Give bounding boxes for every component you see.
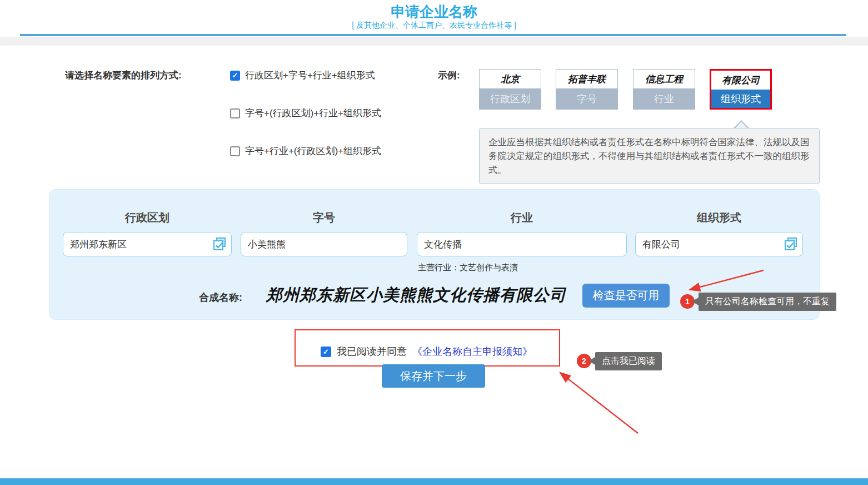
main-industry-hint: 主营行业：文艺创作与表演 xyxy=(418,263,518,273)
arrangement-option-3[interactable]: 字号+行业+(行政区划)+组织形式 xyxy=(230,145,381,157)
checkbox-unchecked-icon[interactable] xyxy=(230,108,240,118)
checkbox-unchecked-icon[interactable] xyxy=(230,146,240,156)
tradename-field xyxy=(241,232,407,256)
arrangement-option-2[interactable]: 字号+(行政区划)+行业+组织形式 xyxy=(230,107,381,120)
example-box-region: 北京 行政区划 xyxy=(479,69,541,110)
agreement-text: 我已阅读并同意 xyxy=(337,345,407,358)
field-header-industry: 行业 xyxy=(417,210,627,225)
annotation-tooltip-text: 点击我已阅读 xyxy=(602,355,655,367)
example-value: 信息工程 xyxy=(645,73,683,86)
region-input[interactable] xyxy=(63,232,232,256)
field-header-tradename: 字号 xyxy=(241,210,407,225)
save-next-button[interactable]: 保存并下一步 xyxy=(382,364,485,388)
composed-name-label: 合成名称: xyxy=(199,291,242,304)
example-value: 拓普丰联 xyxy=(568,73,606,86)
agreement-notice-link[interactable]: 《企业名称自主申报须知》 xyxy=(412,345,532,358)
arrangement-option-label: 字号+行业+(行政区划)+组织形式 xyxy=(245,145,381,157)
annotation-tooltip-2: 点击我已阅读 xyxy=(595,352,662,370)
page-title: 申请企业名称 xyxy=(0,2,868,22)
composed-name-value: 郑州郑东新区小美熊熊文化传播有限公司 xyxy=(256,283,577,308)
industry-field xyxy=(417,232,627,256)
example-label: 示例: xyxy=(438,69,460,82)
page: 申请企业名称 [ 及其他企业、个体工商户、农民专业合作社等 ] 请选择名称要素的… xyxy=(0,0,868,485)
arrangement-option-1[interactable]: ✓ 行政区划+字号+行业+组织形式 xyxy=(230,69,375,82)
agreement-row[interactable]: ✓ 我已阅读并同意 《企业名称自主申报须知》 xyxy=(321,345,532,358)
orgform-input[interactable] xyxy=(635,232,803,256)
region-field xyxy=(63,232,232,256)
field-header-orgform: 组织形式 xyxy=(635,210,803,225)
example-value: 有限公司 xyxy=(722,74,760,87)
agreement-checkbox-checked-icon[interactable]: ✓ xyxy=(321,347,331,357)
tradename-input[interactable] xyxy=(241,232,407,256)
arrangement-option-label: 行政区划+字号+行业+组织形式 xyxy=(245,69,375,82)
annotation-arrow-2 xyxy=(560,373,638,433)
tooltip-pointer-icon xyxy=(692,298,699,305)
arrangement-option-label: 字号+(行政区划)+行业+组织形式 xyxy=(245,107,381,120)
example-box-label: 字号 xyxy=(556,88,617,109)
annotation-tooltip-text: 只有公司名称检查可用，不重复 xyxy=(705,296,830,308)
example-box-label: 行业 xyxy=(633,88,695,109)
checkbox-checked-icon[interactable]: ✓ xyxy=(230,71,240,81)
annotation-tooltip-1: 只有公司名称检查可用，不重复 xyxy=(699,293,836,311)
header-divider xyxy=(20,34,846,36)
orgform-note: 企业应当根据其组织结构或者责任形式在名称中标明符合国家法律、法规以及国务院决定规… xyxy=(479,128,820,184)
field-header-region: 行政区划 xyxy=(63,210,232,225)
gray-band xyxy=(0,37,868,46)
example-box-label: 行政区划 xyxy=(480,88,541,109)
page-subtitle: [ 及其他企业、个体工商户、农民专业合作社等 ] xyxy=(0,21,868,31)
example-box-industry: 信息工程 行业 xyxy=(633,69,695,110)
orgform-field xyxy=(635,232,803,256)
footer-bar xyxy=(0,478,868,485)
arrangement-label: 请选择名称要素的排列方式: xyxy=(65,69,182,82)
region-picker-icon[interactable] xyxy=(212,237,227,251)
tooltip-pointer-icon xyxy=(588,357,595,365)
orgform-picker-icon[interactable] xyxy=(784,237,798,251)
example-value: 北京 xyxy=(501,73,520,86)
example-box-orgform-highlighted: 有限公司 组织形式 xyxy=(710,69,772,110)
check-availability-button[interactable]: 检查是否可用 xyxy=(582,284,670,308)
industry-input[interactable] xyxy=(417,232,627,256)
example-box-tradename: 拓普丰联 字号 xyxy=(556,69,618,110)
example-box-label: 组织形式 xyxy=(711,90,770,108)
